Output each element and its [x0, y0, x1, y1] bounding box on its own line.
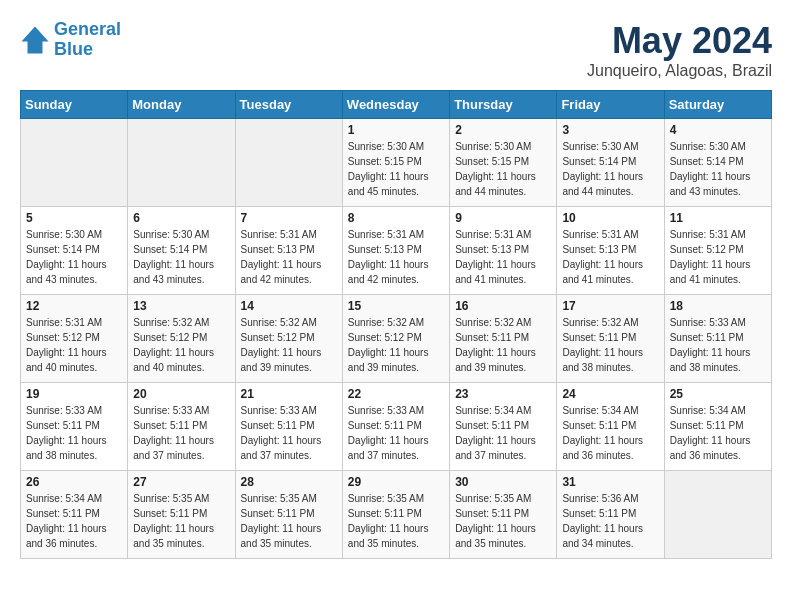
- day-info: Sunrise: 5:30 AMSunset: 5:14 PMDaylight:…: [562, 139, 658, 199]
- day-number: 28: [241, 475, 337, 489]
- day-info: Sunrise: 5:35 AMSunset: 5:11 PMDaylight:…: [455, 491, 551, 551]
- day-number: 10: [562, 211, 658, 225]
- day-number: 19: [26, 387, 122, 401]
- day-number: 23: [455, 387, 551, 401]
- logo-icon: [20, 25, 50, 55]
- day-info: Sunrise: 5:32 AMSunset: 5:12 PMDaylight:…: [241, 315, 337, 375]
- calendar-cell: 10Sunrise: 5:31 AMSunset: 5:13 PMDayligh…: [557, 207, 664, 295]
- weekday-header-monday: Monday: [128, 91, 235, 119]
- calendar-week-row: 19Sunrise: 5:33 AMSunset: 5:11 PMDayligh…: [21, 383, 772, 471]
- calendar-cell: 2Sunrise: 5:30 AMSunset: 5:15 PMDaylight…: [450, 119, 557, 207]
- weekday-header-tuesday: Tuesday: [235, 91, 342, 119]
- calendar-cell: 5Sunrise: 5:30 AMSunset: 5:14 PMDaylight…: [21, 207, 128, 295]
- day-info: Sunrise: 5:31 AMSunset: 5:12 PMDaylight:…: [670, 227, 766, 287]
- day-number: 17: [562, 299, 658, 313]
- calendar-cell: 4Sunrise: 5:30 AMSunset: 5:14 PMDaylight…: [664, 119, 771, 207]
- day-info: Sunrise: 5:34 AMSunset: 5:11 PMDaylight:…: [455, 403, 551, 463]
- day-info: Sunrise: 5:32 AMSunset: 5:11 PMDaylight:…: [562, 315, 658, 375]
- day-info: Sunrise: 5:35 AMSunset: 5:11 PMDaylight:…: [133, 491, 229, 551]
- day-number: 30: [455, 475, 551, 489]
- day-number: 13: [133, 299, 229, 313]
- day-info: Sunrise: 5:31 AMSunset: 5:13 PMDaylight:…: [348, 227, 444, 287]
- day-number: 11: [670, 211, 766, 225]
- day-number: 25: [670, 387, 766, 401]
- calendar-cell: 12Sunrise: 5:31 AMSunset: 5:12 PMDayligh…: [21, 295, 128, 383]
- day-info: Sunrise: 5:33 AMSunset: 5:11 PMDaylight:…: [241, 403, 337, 463]
- day-info: Sunrise: 5:30 AMSunset: 5:14 PMDaylight:…: [133, 227, 229, 287]
- weekday-header-row: SundayMondayTuesdayWednesdayThursdayFrid…: [21, 91, 772, 119]
- calendar-cell: 21Sunrise: 5:33 AMSunset: 5:11 PMDayligh…: [235, 383, 342, 471]
- calendar-cell: 3Sunrise: 5:30 AMSunset: 5:14 PMDaylight…: [557, 119, 664, 207]
- calendar-cell: 30Sunrise: 5:35 AMSunset: 5:11 PMDayligh…: [450, 471, 557, 559]
- title-area: May 2024 Junqueiro, Alagoas, Brazil: [587, 20, 772, 80]
- day-info: Sunrise: 5:32 AMSunset: 5:12 PMDaylight:…: [348, 315, 444, 375]
- day-info: Sunrise: 5:34 AMSunset: 5:11 PMDaylight:…: [26, 491, 122, 551]
- day-number: 2: [455, 123, 551, 137]
- calendar-cell: 26Sunrise: 5:34 AMSunset: 5:11 PMDayligh…: [21, 471, 128, 559]
- day-number: 26: [26, 475, 122, 489]
- calendar-week-row: 12Sunrise: 5:31 AMSunset: 5:12 PMDayligh…: [21, 295, 772, 383]
- day-number: 21: [241, 387, 337, 401]
- calendar-cell: 27Sunrise: 5:35 AMSunset: 5:11 PMDayligh…: [128, 471, 235, 559]
- day-info: Sunrise: 5:30 AMSunset: 5:15 PMDaylight:…: [348, 139, 444, 199]
- day-number: 7: [241, 211, 337, 225]
- weekday-header-wednesday: Wednesday: [342, 91, 449, 119]
- day-number: 8: [348, 211, 444, 225]
- day-info: Sunrise: 5:30 AMSunset: 5:14 PMDaylight:…: [670, 139, 766, 199]
- calendar-cell: 14Sunrise: 5:32 AMSunset: 5:12 PMDayligh…: [235, 295, 342, 383]
- calendar-cell: 28Sunrise: 5:35 AMSunset: 5:11 PMDayligh…: [235, 471, 342, 559]
- weekday-header-sunday: Sunday: [21, 91, 128, 119]
- calendar-cell: 24Sunrise: 5:34 AMSunset: 5:11 PMDayligh…: [557, 383, 664, 471]
- page-header: General Blue May 2024 Junqueiro, Alagoas…: [20, 20, 772, 80]
- day-info: Sunrise: 5:31 AMSunset: 5:13 PMDaylight:…: [241, 227, 337, 287]
- weekday-header-thursday: Thursday: [450, 91, 557, 119]
- weekday-header-saturday: Saturday: [664, 91, 771, 119]
- weekday-header-friday: Friday: [557, 91, 664, 119]
- calendar-cell: 22Sunrise: 5:33 AMSunset: 5:11 PMDayligh…: [342, 383, 449, 471]
- day-number: 6: [133, 211, 229, 225]
- svg-marker-0: [22, 26, 49, 53]
- day-number: 3: [562, 123, 658, 137]
- calendar-cell: [128, 119, 235, 207]
- calendar-cell: 31Sunrise: 5:36 AMSunset: 5:11 PMDayligh…: [557, 471, 664, 559]
- calendar-cell: 7Sunrise: 5:31 AMSunset: 5:13 PMDaylight…: [235, 207, 342, 295]
- calendar-cell: 23Sunrise: 5:34 AMSunset: 5:11 PMDayligh…: [450, 383, 557, 471]
- day-info: Sunrise: 5:32 AMSunset: 5:12 PMDaylight:…: [133, 315, 229, 375]
- day-number: 31: [562, 475, 658, 489]
- calendar-cell: 8Sunrise: 5:31 AMSunset: 5:13 PMDaylight…: [342, 207, 449, 295]
- calendar-cell: 15Sunrise: 5:32 AMSunset: 5:12 PMDayligh…: [342, 295, 449, 383]
- calendar-week-row: 26Sunrise: 5:34 AMSunset: 5:11 PMDayligh…: [21, 471, 772, 559]
- calendar-cell: [664, 471, 771, 559]
- day-number: 24: [562, 387, 658, 401]
- calendar-week-row: 1Sunrise: 5:30 AMSunset: 5:15 PMDaylight…: [21, 119, 772, 207]
- day-info: Sunrise: 5:30 AMSunset: 5:14 PMDaylight:…: [26, 227, 122, 287]
- calendar-week-row: 5Sunrise: 5:30 AMSunset: 5:14 PMDaylight…: [21, 207, 772, 295]
- calendar-cell: 13Sunrise: 5:32 AMSunset: 5:12 PMDayligh…: [128, 295, 235, 383]
- day-number: 18: [670, 299, 766, 313]
- day-info: Sunrise: 5:31 AMSunset: 5:13 PMDaylight:…: [455, 227, 551, 287]
- calendar-cell: 16Sunrise: 5:32 AMSunset: 5:11 PMDayligh…: [450, 295, 557, 383]
- day-number: 14: [241, 299, 337, 313]
- calendar-cell: 17Sunrise: 5:32 AMSunset: 5:11 PMDayligh…: [557, 295, 664, 383]
- day-number: 9: [455, 211, 551, 225]
- calendar-cell: 25Sunrise: 5:34 AMSunset: 5:11 PMDayligh…: [664, 383, 771, 471]
- logo: General Blue: [20, 20, 121, 60]
- day-number: 5: [26, 211, 122, 225]
- day-info: Sunrise: 5:31 AMSunset: 5:12 PMDaylight:…: [26, 315, 122, 375]
- day-info: Sunrise: 5:33 AMSunset: 5:11 PMDaylight:…: [26, 403, 122, 463]
- day-info: Sunrise: 5:30 AMSunset: 5:15 PMDaylight:…: [455, 139, 551, 199]
- calendar-cell: [235, 119, 342, 207]
- day-number: 1: [348, 123, 444, 137]
- calendar-cell: 20Sunrise: 5:33 AMSunset: 5:11 PMDayligh…: [128, 383, 235, 471]
- day-number: 27: [133, 475, 229, 489]
- day-number: 12: [26, 299, 122, 313]
- day-info: Sunrise: 5:31 AMSunset: 5:13 PMDaylight:…: [562, 227, 658, 287]
- day-info: Sunrise: 5:35 AMSunset: 5:11 PMDaylight:…: [241, 491, 337, 551]
- calendar-cell: 6Sunrise: 5:30 AMSunset: 5:14 PMDaylight…: [128, 207, 235, 295]
- day-info: Sunrise: 5:34 AMSunset: 5:11 PMDaylight:…: [562, 403, 658, 463]
- calendar-cell: [21, 119, 128, 207]
- calendar-cell: 19Sunrise: 5:33 AMSunset: 5:11 PMDayligh…: [21, 383, 128, 471]
- logo-text: General Blue: [54, 20, 121, 60]
- calendar-cell: 11Sunrise: 5:31 AMSunset: 5:12 PMDayligh…: [664, 207, 771, 295]
- day-info: Sunrise: 5:35 AMSunset: 5:11 PMDaylight:…: [348, 491, 444, 551]
